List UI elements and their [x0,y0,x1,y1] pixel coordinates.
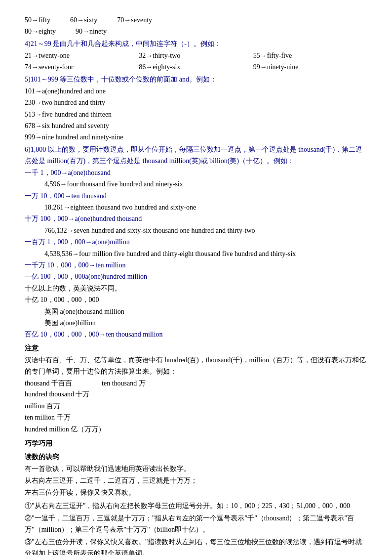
s5-line-0: 101→a(one)hundred and one [25,86,367,97]
ninety: 90→ninety [76,26,107,37]
tricks-subtitle: 读数的诀窍 [25,451,367,463]
seventy: 70→seventy [117,15,152,26]
note-row-0-right: ten thousand 万 [102,378,146,389]
numbers-row-1: 50→fifty 60→sixty 70→seventy [25,15,367,26]
s6-block-1-label: 一万 10，000→ten thousand [25,191,367,202]
section4-row1: 21→twenty-one 32→thirty-two 55→fifty-fiv… [25,50,367,61]
s6-extra-1: 十亿 10，000，000，000 [25,295,367,305]
seventy-four: 74→seventy-four [25,62,139,73]
fifty-five: 55→fifty-five [253,50,367,61]
tricks-intro: 有一首歌诀，可以帮助我们迅速地用英语读出长数字。 [25,463,367,474]
tricks-line-0: 从右向左三逗开，二逗千，二逗百万，三逗就是十万万； [25,475,367,486]
ninety-nine: 99→ninety-nine [253,62,367,73]
tricks-note-1: ②"一逗千，二逗百万，三逗就是十万万；"指从右向左的第一个逗号表示"千"（tho… [25,512,367,535]
us-line: 美国 a(one)billion [25,318,367,329]
s5-line-2: 513→five hundred and thirteen [25,109,367,120]
s6-last: 百亿 10，000，000，000→ten thousand million [25,329,367,340]
note-row-1: hundred thousand 十万 [25,389,367,400]
s5-line-3: 678→six hundred and seventy [25,121,367,131]
tricks-line-1: 左右三位分开读，保你又快又喜欢。 [25,487,367,498]
note-row-0: thousand 千百百 ten thousand 万 [25,378,367,389]
s6-block-5-label: 一亿 100，000，000a(one)hundred million [25,271,367,282]
s6-block-3-example: 4,538,536→four million five hundred and … [25,249,367,259]
note-title: 注意 [25,342,367,354]
sixty: 60→sixty [70,15,97,26]
section6-title: 6)1,000 以上的数，要用计数逗点，即从个位开始，每隔三位数加一逗点，第一个… [25,144,367,167]
note-row-4: hundred million 亿（万万） [25,424,367,435]
s6-block-0-label: 一千 1，000→a(one)thousand [25,168,367,178]
s6-block-2-label: 十万 100，000→a(one)hundred thousand [25,213,367,224]
tricks-note-2: ③"左右三位分开读，保你又快又喜欢。"指读数时从左到右，每三位三位地按三位数的读… [25,536,367,555]
s5-line-1: 230→two hundred and thirty [25,97,367,108]
s6-block-4-label: 一千万 10，000，000→ten million [25,260,367,271]
eighty-six: 86→eighty-six [139,62,253,73]
uk-line: 英国 a(one)thousand million [25,306,367,317]
s6-block-1-example: 18,261→eighteen thousand two hundred and… [25,202,367,213]
s6-block-2-example: 766,132→seven hundred and sixty-six thou… [25,225,367,236]
note-row-0-left: thousand 千百百 [25,378,72,389]
s6-block-3-label: 一百万 1，000，000→a(one)million [25,237,367,248]
eighty: 80→eighty [25,26,56,37]
section5-lines: 101→a(one)hundred and one 230→two hundre… [25,86,367,143]
section4-row2: 74→seventy-four 86→eighty-six 99→ninety-… [25,62,367,73]
tricks-title: 巧学巧用 [25,438,367,449]
note-row-2: million 百万 [25,401,367,412]
tricks-note-0: ①"从右向左三逗开"，指从右向左把长数字母三位用逗号分开。如：10，000；22… [25,500,367,512]
note-row-3: ten million 千万 [25,412,367,423]
s6-block-0-example: 4,596→four thousand five hundred and nin… [25,179,367,190]
note-rows: thousand 千百百 ten thousand 万 hundred thou… [25,378,367,435]
page-content: 50→fifty 60→sixty 70→seventy 80→eighty 9… [25,15,367,555]
s5-line-4: 999→nine hundred and ninety-nine [25,132,367,143]
section4-title: 4)21～99 是由几十和几合起来构成，中间加连字符（-）。例如： [25,38,367,49]
numbers-row-2: 80→eighty 90→ninety [25,26,367,37]
twenty-one: 21→twenty-one [25,50,139,61]
fifty: 50→fifty [25,15,50,26]
thirty-two: 32→thirty-two [139,50,253,61]
section5-title: 5)101～999 等三位数中，十位数或个位数的前面加 and。例如： [25,74,367,85]
s6-extra-0: 十亿以上的数，英美说法不同。 [25,283,367,294]
note-body: 汉语中有百、千、万、亿等单位，而英语中有 hundred(百)，thousand… [25,354,367,377]
